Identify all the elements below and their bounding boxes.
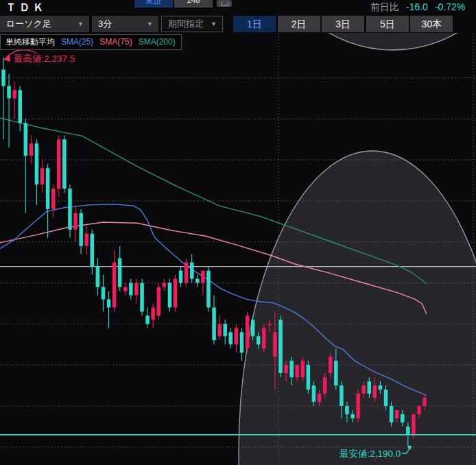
period-picker-label: 期間指定 xyxy=(168,19,204,29)
change-percent: -0.72% xyxy=(435,1,465,12)
period-button-5d[interactable]: 5日 xyxy=(366,16,409,32)
chart-type-dropdown[interactable]: ローソク足▼ xyxy=(0,16,89,32)
candle xyxy=(246,311,250,353)
candle xyxy=(62,135,67,193)
period-button-1d[interactable]: 1日 xyxy=(233,16,276,32)
title-bar: ＴＤＫ 東証 148 前日比-16.0-0.72% xyxy=(0,0,476,15)
candle xyxy=(168,279,172,312)
candle xyxy=(307,361,311,394)
sma-legend: 単純移動平均SMA(25)SMA(75)SMA(200) xyxy=(0,34,182,50)
candle xyxy=(206,267,211,312)
chart-area[interactable]: 最高値:2,237.5最安値:2,190.0 単純移動平均SMA(25)SMA(… xyxy=(0,0,476,465)
candle xyxy=(262,324,266,353)
change-value: -16.0 xyxy=(406,1,428,12)
period-button-3d[interactable]: 3日 xyxy=(322,16,364,32)
chevron-down-icon: ▼ xyxy=(211,16,217,32)
candle xyxy=(57,135,61,197)
legend-item-sma200: SMA(200) xyxy=(139,37,176,47)
chart-type-label: ローソク足 xyxy=(6,19,51,29)
clipped-badge: 148 xyxy=(174,0,213,8)
candle xyxy=(140,279,144,316)
monitor-icon[interactable] xyxy=(217,0,232,7)
chevron-down-icon: ▼ xyxy=(78,16,84,32)
change-label: 前日比 xyxy=(370,1,399,12)
legend-item-sma25: SMA(25) xyxy=(61,37,93,47)
period-picker-dropdown[interactable]: 期間指定▼ xyxy=(161,16,223,32)
candlestick-chart[interactable]: 最高値:2,237.5最安値:2,190.0 xyxy=(0,0,476,465)
daily-change: 前日比-16.0-0.72% xyxy=(370,1,476,14)
low-arrowhead xyxy=(408,446,412,449)
stock-title: ＴＤＫ xyxy=(5,1,47,15)
interval-label: 3分 xyxy=(98,19,112,29)
chart-toolbar: ローソク足▼ 3分▼ 期間指定▼ 1日2日3日5日30本 xyxy=(0,16,476,33)
stock-chart-app: 最高値:2,237.5最安値:2,190.0 単純移動平均SMA(25)SMA(… xyxy=(0,0,476,465)
legend-item-sma75: SMA(75) xyxy=(99,37,132,47)
candle xyxy=(278,315,283,377)
candle xyxy=(174,275,178,312)
candle xyxy=(356,390,360,422)
candle xyxy=(185,259,189,287)
interval-dropdown[interactable]: 3分▼ xyxy=(92,16,158,32)
legend-title: 単純移動平均 xyxy=(5,37,55,47)
high-annotation: 最高値:2,237.5 xyxy=(13,53,75,64)
period-button-2d[interactable]: 2日 xyxy=(278,16,320,32)
chevron-down-icon: ▼ xyxy=(147,16,153,32)
candle xyxy=(157,283,161,320)
low-annotation: 最安値:2,190.0 xyxy=(339,449,401,459)
exchange-badge: 東証 xyxy=(134,0,173,8)
period-button-30b[interactable]: 30本 xyxy=(410,16,453,32)
